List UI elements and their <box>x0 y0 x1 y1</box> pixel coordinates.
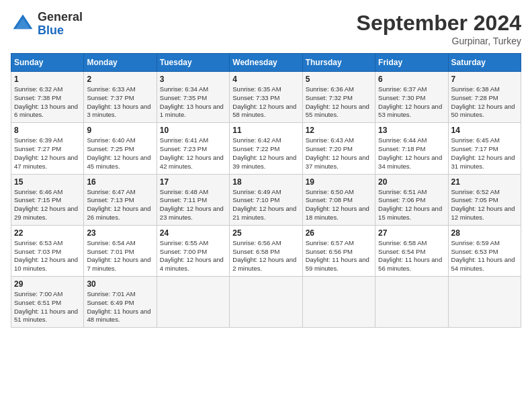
day-info: Sunrise: 6:58 AMSunset: 6:54 PMDaylight:… <box>378 239 445 273</box>
day-number: 22 <box>14 228 81 238</box>
week-row-1: 1Sunrise: 6:32 AMSunset: 7:38 PMDaylight… <box>11 72 521 123</box>
logo-icon <box>11 12 35 36</box>
day-info: Sunrise: 6:54 AMSunset: 7:01 PMDaylight:… <box>87 239 153 273</box>
day-header-thursday: Thursday <box>302 54 375 72</box>
day-number: 15 <box>14 177 81 187</box>
day-header-sunday: Sunday <box>11 54 84 72</box>
day-cell: 10Sunrise: 6:41 AMSunset: 7:23 PMDayligh… <box>157 123 229 174</box>
calendar-header: SundayMondayTuesdayWednesdayThursdayFrid… <box>11 54 521 72</box>
day-cell <box>230 277 302 328</box>
day-info: Sunrise: 6:52 AMSunset: 7:05 PMDaylight:… <box>451 188 518 222</box>
day-cell: 24Sunrise: 6:55 AMSunset: 7:00 PMDayligh… <box>157 225 229 276</box>
day-number: 30 <box>87 279 153 289</box>
day-cell: 28Sunrise: 6:59 AMSunset: 6:53 PMDayligh… <box>448 225 521 276</box>
day-info: Sunrise: 6:48 AMSunset: 7:11 PMDaylight:… <box>160 188 226 222</box>
week-row-5: 29Sunrise: 7:00 AMSunset: 6:51 PMDayligh… <box>11 277 521 328</box>
day-cell: 27Sunrise: 6:58 AMSunset: 6:54 PMDayligh… <box>375 225 448 276</box>
day-cell: 20Sunrise: 6:51 AMSunset: 7:06 PMDayligh… <box>375 174 448 225</box>
day-info: Sunrise: 7:00 AMSunset: 6:51 PMDaylight:… <box>14 290 81 324</box>
day-info: Sunrise: 6:36 AMSunset: 7:32 PMDaylight:… <box>306 85 372 120</box>
day-number: 24 <box>160 228 226 238</box>
day-info: Sunrise: 6:40 AMSunset: 7:25 PMDaylight:… <box>87 136 153 171</box>
day-cell: 3Sunrise: 6:34 AMSunset: 7:35 PMDaylight… <box>157 72 229 123</box>
day-cell: 1Sunrise: 6:32 AMSunset: 7:38 PMDaylight… <box>11 72 84 123</box>
day-info: Sunrise: 6:37 AMSunset: 7:30 PMDaylight:… <box>378 85 445 120</box>
day-cell: 17Sunrise: 6:48 AMSunset: 7:11 PMDayligh… <box>157 174 229 225</box>
day-number: 28 <box>451 228 518 238</box>
day-number: 29 <box>14 279 81 289</box>
day-number: 8 <box>14 126 81 135</box>
day-number: 13 <box>378 126 445 135</box>
day-cell: 2Sunrise: 6:33 AMSunset: 7:37 PMDaylight… <box>84 72 157 123</box>
header: General Blue September 2024 Gurpinar, Tu… <box>11 11 521 46</box>
day-info: Sunrise: 6:32 AMSunset: 7:38 PMDaylight:… <box>14 85 81 120</box>
day-cell: 11Sunrise: 6:42 AMSunset: 7:22 PMDayligh… <box>230 123 302 174</box>
logo: General Blue <box>11 11 83 38</box>
day-info: Sunrise: 6:38 AMSunset: 7:28 PMDaylight:… <box>451 85 518 120</box>
day-info: Sunrise: 6:34 AMSunset: 7:35 PMDaylight:… <box>160 85 226 120</box>
location: Gurpinar, Turkey <box>357 36 521 46</box>
day-cell: 29Sunrise: 7:00 AMSunset: 6:51 PMDayligh… <box>11 277 84 328</box>
day-number: 26 <box>306 228 372 238</box>
title-block: September 2024 Gurpinar, Turkey <box>357 11 521 46</box>
day-number: 9 <box>87 126 153 135</box>
day-number: 6 <box>378 75 445 84</box>
day-number: 23 <box>87 228 153 238</box>
day-info: Sunrise: 6:44 AMSunset: 7:18 PMDaylight:… <box>378 136 445 171</box>
day-info: Sunrise: 6:42 AMSunset: 7:22 PMDaylight:… <box>232 136 299 171</box>
day-number: 1 <box>14 75 81 84</box>
day-info: Sunrise: 6:47 AMSunset: 7:13 PMDaylight:… <box>87 188 153 222</box>
day-info: Sunrise: 6:59 AMSunset: 6:53 PMDaylight:… <box>451 239 518 273</box>
day-cell: 25Sunrise: 6:56 AMSunset: 6:58 PMDayligh… <box>230 225 302 276</box>
day-number: 18 <box>232 177 299 187</box>
day-info: Sunrise: 6:56 AMSunset: 6:58 PMDaylight:… <box>232 239 299 273</box>
logo-blue-text: Blue <box>38 24 83 38</box>
day-header-monday: Monday <box>84 54 157 72</box>
day-number: 12 <box>306 126 372 135</box>
day-cell: 4Sunrise: 6:35 AMSunset: 7:33 PMDaylight… <box>230 72 302 123</box>
day-number: 17 <box>160 177 226 187</box>
day-cell: 19Sunrise: 6:50 AMSunset: 7:08 PMDayligh… <box>302 174 375 225</box>
day-cell: 26Sunrise: 6:57 AMSunset: 6:56 PMDayligh… <box>302 225 375 276</box>
day-number: 27 <box>378 228 445 238</box>
week-row-3: 15Sunrise: 6:46 AMSunset: 7:15 PMDayligh… <box>11 174 521 225</box>
day-info: Sunrise: 6:57 AMSunset: 6:56 PMDaylight:… <box>306 239 372 273</box>
page: General Blue September 2024 Gurpinar, Tu… <box>0 0 532 411</box>
day-cell <box>157 277 229 328</box>
day-cell <box>375 277 448 328</box>
day-info: Sunrise: 6:55 AMSunset: 7:00 PMDaylight:… <box>160 239 226 273</box>
day-header-wednesday: Wednesday <box>230 54 302 72</box>
day-cell <box>448 277 521 328</box>
day-number: 11 <box>232 126 299 135</box>
day-number: 16 <box>87 177 153 187</box>
day-info: Sunrise: 7:01 AMSunset: 6:49 PMDaylight:… <box>87 290 153 324</box>
day-number: 2 <box>87 75 153 84</box>
day-cell: 18Sunrise: 6:49 AMSunset: 7:10 PMDayligh… <box>230 174 302 225</box>
day-info: Sunrise: 6:49 AMSunset: 7:10 PMDaylight:… <box>232 188 299 222</box>
week-row-4: 22Sunrise: 6:53 AMSunset: 7:03 PMDayligh… <box>11 225 521 276</box>
day-number: 14 <box>451 126 518 135</box>
day-cell: 5Sunrise: 6:36 AMSunset: 7:32 PMDaylight… <box>302 72 375 123</box>
logo-text: General Blue <box>38 11 83 38</box>
day-cell: 14Sunrise: 6:45 AMSunset: 7:17 PMDayligh… <box>448 123 521 174</box>
day-cell: 8Sunrise: 6:39 AMSunset: 7:27 PMDaylight… <box>11 123 84 174</box>
day-number: 3 <box>160 75 226 84</box>
logo-general-text: General <box>38 11 83 24</box>
day-info: Sunrise: 6:45 AMSunset: 7:17 PMDaylight:… <box>451 136 518 171</box>
day-cell <box>302 277 375 328</box>
day-number: 4 <box>232 75 299 84</box>
day-number: 20 <box>378 177 445 187</box>
day-header-friday: Friday <box>375 54 448 72</box>
day-number: 5 <box>306 75 372 84</box>
day-cell: 13Sunrise: 6:44 AMSunset: 7:18 PMDayligh… <box>375 123 448 174</box>
day-number: 21 <box>451 177 518 187</box>
day-cell: 23Sunrise: 6:54 AMSunset: 7:01 PMDayligh… <box>84 225 157 276</box>
day-info: Sunrise: 6:41 AMSunset: 7:23 PMDaylight:… <box>160 136 226 171</box>
header-row: SundayMondayTuesdayWednesdayThursdayFrid… <box>11 54 521 72</box>
day-number: 25 <box>232 228 299 238</box>
day-info: Sunrise: 6:50 AMSunset: 7:08 PMDaylight:… <box>306 188 372 222</box>
day-info: Sunrise: 6:53 AMSunset: 7:03 PMDaylight:… <box>14 239 81 273</box>
day-info: Sunrise: 6:51 AMSunset: 7:06 PMDaylight:… <box>378 188 445 222</box>
day-cell: 16Sunrise: 6:47 AMSunset: 7:13 PMDayligh… <box>84 174 157 225</box>
day-info: Sunrise: 6:43 AMSunset: 7:20 PMDaylight:… <box>306 136 372 171</box>
